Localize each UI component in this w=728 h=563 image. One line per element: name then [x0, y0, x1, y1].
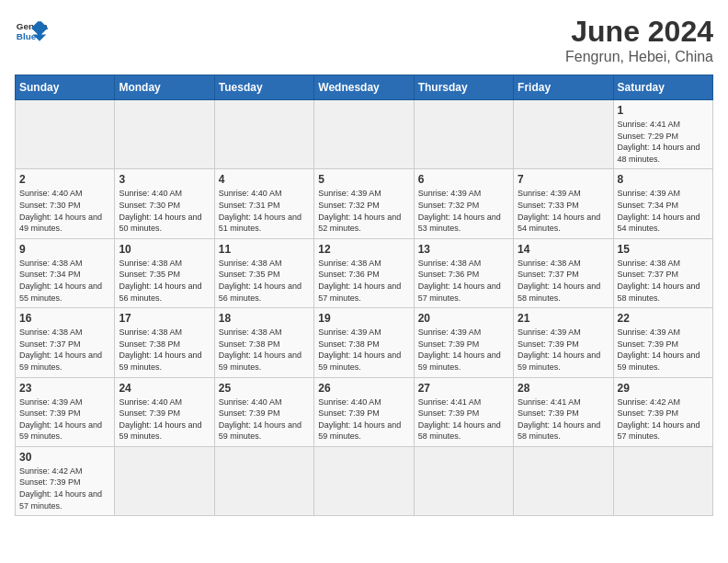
day-number: 14	[518, 243, 609, 256]
day-number: 11	[219, 243, 310, 256]
day-number: 10	[119, 243, 210, 256]
calendar-cell	[115, 100, 214, 169]
calendar-cell: 24 Sunrise: 4:40 AMSunset: 7:39 PMDaylig…	[115, 377, 214, 446]
calendar-cell: 7 Sunrise: 4:39 AMSunset: 7:33 PMDayligh…	[514, 169, 613, 238]
calendar-cell: 3 Sunrise: 4:40 AMSunset: 7:30 PMDayligh…	[115, 169, 214, 238]
calendar-cell: 28 Sunrise: 4:41 AMSunset: 7:39 PMDaylig…	[514, 377, 613, 446]
week-row-6: 30 Sunrise: 4:42 AMSunset: 7:39 PMDaylig…	[16, 446, 713, 515]
day-info: Sunrise: 4:40 AMSunset: 7:30 PMDaylight:…	[119, 188, 210, 234]
day-number: 23	[19, 382, 110, 395]
day-info: Sunrise: 4:40 AMSunset: 7:30 PMDaylight:…	[19, 188, 110, 234]
day-number: 24	[119, 382, 210, 395]
day-number: 9	[19, 243, 110, 256]
day-number: 25	[219, 382, 310, 395]
day-info: Sunrise: 4:42 AMSunset: 7:39 PMDaylight:…	[19, 465, 110, 511]
calendar-cell: 5 Sunrise: 4:39 AMSunset: 7:32 PMDayligh…	[314, 169, 414, 238]
svg-text:Blue: Blue	[17, 31, 37, 41]
header-thursday: Thursday	[414, 75, 513, 100]
day-info: Sunrise: 4:38 AMSunset: 7:35 PMDaylight:…	[119, 258, 210, 304]
day-number: 17	[119, 312, 210, 325]
week-row-3: 9 Sunrise: 4:38 AMSunset: 7:34 PMDayligh…	[16, 238, 713, 307]
day-number: 5	[318, 173, 409, 186]
title-block: June 2024 Fengrun, Hebei, China	[565, 15, 713, 65]
day-info: Sunrise: 4:39 AMSunset: 7:39 PMDaylight:…	[418, 327, 509, 373]
day-info: Sunrise: 4:38 AMSunset: 7:37 PMDaylight:…	[618, 258, 709, 304]
calendar-cell: 4 Sunrise: 4:40 AMSunset: 7:31 PMDayligh…	[214, 169, 313, 238]
calendar-cell: 10 Sunrise: 4:38 AMSunset: 7:35 PMDaylig…	[115, 238, 214, 307]
calendar-cell: 21 Sunrise: 4:39 AMSunset: 7:39 PMDaylig…	[514, 308, 613, 377]
calendar-cell: 30 Sunrise: 4:42 AMSunset: 7:39 PMDaylig…	[16, 446, 115, 515]
weekday-header-row: Sunday Monday Tuesday Wednesday Thursday…	[16, 75, 713, 100]
day-number: 3	[119, 173, 210, 186]
day-info: Sunrise: 4:38 AMSunset: 7:38 PMDaylight:…	[219, 327, 310, 373]
calendar-cell	[16, 100, 115, 169]
calendar-cell: 14 Sunrise: 4:38 AMSunset: 7:37 PMDaylig…	[514, 238, 613, 307]
week-row-4: 16 Sunrise: 4:38 AMSunset: 7:37 PMDaylig…	[16, 308, 713, 377]
calendar-cell: 26 Sunrise: 4:40 AMSunset: 7:39 PMDaylig…	[314, 377, 414, 446]
day-number: 26	[318, 382, 409, 395]
calendar-cell	[414, 446, 513, 515]
calendar-cell	[214, 446, 313, 515]
calendar-cell	[115, 446, 214, 515]
calendar-cell	[314, 100, 414, 169]
day-number: 22	[618, 312, 709, 325]
calendar-cell: 16 Sunrise: 4:38 AMSunset: 7:37 PMDaylig…	[16, 308, 115, 377]
week-row-5: 23 Sunrise: 4:39 AMSunset: 7:39 PMDaylig…	[16, 377, 713, 446]
calendar-cell: 1 Sunrise: 4:41 AMSunset: 7:29 PMDayligh…	[613, 100, 712, 169]
calendar-cell	[314, 446, 414, 515]
calendar-cell: 11 Sunrise: 4:38 AMSunset: 7:35 PMDaylig…	[214, 238, 313, 307]
day-info: Sunrise: 4:39 AMSunset: 7:32 PMDaylight:…	[318, 188, 409, 234]
week-row-1: 1 Sunrise: 4:41 AMSunset: 7:29 PMDayligh…	[16, 100, 713, 169]
month-title: June 2024	[565, 15, 713, 49]
day-info: Sunrise: 4:38 AMSunset: 7:34 PMDaylight:…	[19, 258, 110, 304]
day-info: Sunrise: 4:38 AMSunset: 7:36 PMDaylight:…	[318, 258, 409, 304]
calendar-cell: 2 Sunrise: 4:40 AMSunset: 7:30 PMDayligh…	[16, 169, 115, 238]
day-number: 8	[618, 173, 709, 186]
calendar-table: Sunday Monday Tuesday Wednesday Thursday…	[15, 75, 713, 516]
day-number: 19	[318, 312, 409, 325]
day-info: Sunrise: 4:38 AMSunset: 7:37 PMDaylight:…	[518, 258, 609, 304]
page-header: General Blue June 2024 Fengrun, Hebei, C…	[15, 15, 713, 65]
calendar-cell: 8 Sunrise: 4:39 AMSunset: 7:34 PMDayligh…	[613, 169, 712, 238]
day-info: Sunrise: 4:40 AMSunset: 7:39 PMDaylight:…	[219, 396, 310, 442]
calendar-cell: 15 Sunrise: 4:38 AMSunset: 7:37 PMDaylig…	[613, 238, 712, 307]
day-info: Sunrise: 4:41 AMSunset: 7:39 PMDaylight:…	[418, 396, 509, 442]
day-info: Sunrise: 4:41 AMSunset: 7:29 PMDaylight:…	[618, 119, 709, 165]
calendar-cell: 12 Sunrise: 4:38 AMSunset: 7:36 PMDaylig…	[314, 238, 414, 307]
day-number: 15	[618, 243, 709, 256]
header-friday: Friday	[514, 75, 613, 100]
day-number: 1	[618, 104, 709, 117]
header-monday: Monday	[115, 75, 214, 100]
day-info: Sunrise: 4:40 AMSunset: 7:39 PMDaylight:…	[318, 396, 409, 442]
header-saturday: Saturday	[613, 75, 712, 100]
day-number: 4	[219, 173, 310, 186]
day-info: Sunrise: 4:38 AMSunset: 7:38 PMDaylight:…	[119, 327, 210, 373]
day-number: 6	[418, 173, 509, 186]
logo: General Blue	[15, 15, 48, 48]
day-info: Sunrise: 4:38 AMSunset: 7:37 PMDaylight:…	[19, 327, 110, 373]
calendar-cell	[613, 446, 712, 515]
calendar-cell: 29 Sunrise: 4:42 AMSunset: 7:39 PMDaylig…	[613, 377, 712, 446]
day-number: 20	[418, 312, 509, 325]
day-info: Sunrise: 4:39 AMSunset: 7:39 PMDaylight:…	[518, 327, 609, 373]
day-info: Sunrise: 4:40 AMSunset: 7:31 PMDaylight:…	[219, 188, 310, 234]
day-info: Sunrise: 4:40 AMSunset: 7:39 PMDaylight:…	[119, 396, 210, 442]
day-number: 16	[19, 312, 110, 325]
day-number: 29	[618, 382, 709, 395]
day-number: 28	[518, 382, 609, 395]
day-info: Sunrise: 4:39 AMSunset: 7:33 PMDaylight:…	[518, 188, 609, 234]
day-number: 12	[318, 243, 409, 256]
header-sunday: Sunday	[16, 75, 115, 100]
calendar-cell	[214, 100, 313, 169]
calendar-cell: 20 Sunrise: 4:39 AMSunset: 7:39 PMDaylig…	[414, 308, 513, 377]
day-info: Sunrise: 4:39 AMSunset: 7:39 PMDaylight:…	[19, 396, 110, 442]
calendar-cell: 13 Sunrise: 4:38 AMSunset: 7:36 PMDaylig…	[414, 238, 513, 307]
day-info: Sunrise: 4:42 AMSunset: 7:39 PMDaylight:…	[618, 396, 709, 442]
calendar-cell: 6 Sunrise: 4:39 AMSunset: 7:32 PMDayligh…	[414, 169, 513, 238]
calendar-cell	[514, 446, 613, 515]
calendar-cell	[514, 100, 613, 169]
calendar-cell: 9 Sunrise: 4:38 AMSunset: 7:34 PMDayligh…	[16, 238, 115, 307]
calendar-cell: 17 Sunrise: 4:38 AMSunset: 7:38 PMDaylig…	[115, 308, 214, 377]
day-number: 2	[19, 173, 110, 186]
day-number: 30	[19, 451, 110, 464]
